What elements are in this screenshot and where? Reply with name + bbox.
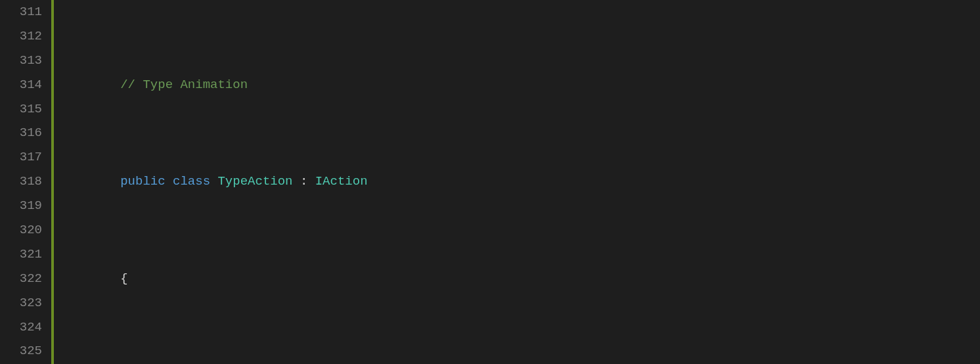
line-number: 321 <box>0 242 51 267</box>
colon: : <box>293 174 315 189</box>
line-number: 325 <box>0 339 51 363</box>
space <box>166 174 173 189</box>
line-number: 318 <box>0 170 51 194</box>
code-editor[interactable]: 311 312 313 314 315 316 317 318 319 320 … <box>0 0 980 364</box>
line-number: 315 <box>0 97 51 122</box>
line-number: 319 <box>0 194 51 218</box>
line-number: 312 <box>0 24 51 49</box>
line-number: 316 <box>0 121 51 145</box>
keyword-class: class <box>173 174 210 189</box>
line-number: 314 <box>0 73 51 97</box>
code-line[interactable]: // Type Animation <box>60 73 980 97</box>
line-number: 317 <box>0 145 51 170</box>
indent <box>60 174 120 189</box>
class-name: TypeAction <box>217 174 292 189</box>
comment: // Type Animation <box>120 78 248 92</box>
line-number: 323 <box>0 291 51 315</box>
code-line[interactable]: { <box>60 267 980 291</box>
line-number: 322 <box>0 267 51 291</box>
line-number: 320 <box>0 218 51 242</box>
line-number-gutter: 311 312 313 314 315 316 317 318 319 320 … <box>0 0 51 364</box>
code-area[interactable]: // Type Animation public class TypeActio… <box>54 0 980 364</box>
indent <box>60 78 120 92</box>
interface-name: IAction <box>315 174 368 189</box>
code-line[interactable]: public class TypeAction : IAction <box>60 170 980 194</box>
line-number: 311 <box>0 0 51 24</box>
line-number: 313 <box>0 49 51 73</box>
space <box>210 174 217 189</box>
line-number: 324 <box>0 315 51 340</box>
indent <box>60 271 120 286</box>
keyword-public: public <box>120 174 165 189</box>
brace-open: { <box>120 271 127 286</box>
